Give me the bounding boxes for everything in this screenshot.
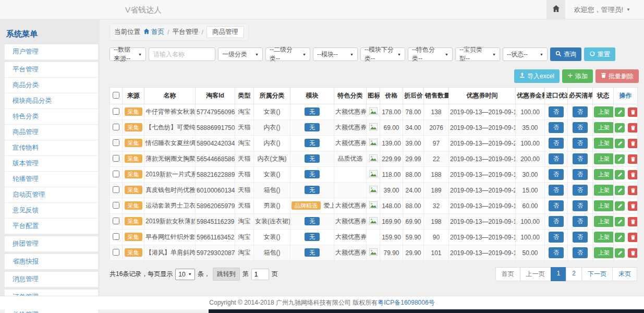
row-checkbox[interactable] xyxy=(113,218,119,224)
must-buy-toggle[interactable]: 否 xyxy=(573,216,588,227)
row-checkbox[interactable] xyxy=(113,124,119,130)
must-buy-toggle[interactable]: 否 xyxy=(573,232,588,243)
status-toggle[interactable]: 上架 xyxy=(594,232,614,243)
delete-button[interactable] xyxy=(628,139,637,148)
edit-button[interactable] xyxy=(615,186,625,195)
sidebar-item[interactable]: 消息管理 xyxy=(4,272,99,287)
import-select-toggle[interactable]: 否 xyxy=(549,216,564,227)
edit-button[interactable] xyxy=(615,201,625,211)
add-button[interactable]: 添加 xyxy=(562,69,593,83)
edit-button[interactable] xyxy=(615,123,625,133)
row-checkbox[interactable] xyxy=(113,202,119,209)
jump-page-input[interactable] xyxy=(251,269,269,280)
row-checkbox[interactable] xyxy=(113,233,119,240)
row-checkbox[interactable] xyxy=(113,171,119,177)
delete-button[interactable] xyxy=(628,170,637,179)
edit-button[interactable] xyxy=(615,107,625,117)
sidebar-item[interactable]: 模块商品分类 xyxy=(4,93,99,109)
delete-button[interactable] xyxy=(628,154,637,164)
delete-button[interactable] xyxy=(628,123,637,133)
row-checkbox[interactable] xyxy=(113,249,119,256)
page-size-select[interactable]: 10 ▼ xyxy=(175,269,195,280)
page-button[interactable]: 下一页 xyxy=(581,267,613,281)
sidebar-item[interactable]: 商品管理 xyxy=(4,125,99,140)
page-button[interactable]: 末页 xyxy=(612,267,637,281)
filter-select[interactable]: --模块下分类-- ▼ xyxy=(360,47,405,61)
jump-button[interactable]: 跳转到 xyxy=(213,268,240,281)
filter-select[interactable]: 一级分类 ▼ xyxy=(218,47,263,61)
status-toggle[interactable]: 上架 xyxy=(594,138,614,149)
edit-button[interactable] xyxy=(615,233,625,242)
row-checkbox[interactable] xyxy=(113,139,119,146)
user-menu[interactable]: 欢迎您，管理员! ▼ xyxy=(565,0,644,19)
delete-button[interactable] xyxy=(628,217,637,226)
status-toggle[interactable]: 上架 xyxy=(594,216,614,227)
filter-select[interactable]: --模块-- ▼ xyxy=(313,47,358,61)
filter-select[interactable]: --二级分类-- ▼ xyxy=(265,47,310,61)
import-excel-button[interactable]: 导入excel xyxy=(514,69,560,83)
must-buy-toggle[interactable]: 否 xyxy=(573,169,588,180)
sidebar-item[interactable]: 拼团管理 xyxy=(4,236,99,252)
page-button[interactable]: 2 xyxy=(566,267,582,281)
status-toggle[interactable]: 上架 xyxy=(594,185,614,196)
filter-select[interactable]: --特色分类-- ▼ xyxy=(408,47,453,61)
must-buy-toggle[interactable]: 否 xyxy=(573,153,588,164)
import-select-toggle[interactable]: 否 xyxy=(549,169,564,180)
row-checkbox[interactable] xyxy=(113,186,119,193)
import-select-toggle[interactable]: 否 xyxy=(549,185,564,196)
page-button[interactable]: 首页 xyxy=(495,267,520,281)
status-toggle[interactable]: 上架 xyxy=(594,247,614,258)
sidebar-item[interactable]: 商品分类 xyxy=(4,78,99,93)
import-select-toggle[interactable]: 否 xyxy=(549,153,564,164)
delete-button[interactable] xyxy=(628,201,637,211)
name-search-input[interactable] xyxy=(149,47,215,61)
batch-delete-button[interactable]: 批量删除 xyxy=(596,69,639,83)
import-select-toggle[interactable]: 否 xyxy=(549,200,564,211)
edit-button[interactable] xyxy=(615,248,625,258)
sidebar-item[interactable]: 轮播管理 xyxy=(4,172,99,187)
sidebar-item[interactable]: 用户管理 xyxy=(4,44,99,60)
edit-button[interactable] xyxy=(615,139,625,148)
sidebar-item[interactable]: 省惠快报 xyxy=(4,254,99,270)
import-select-toggle[interactable]: 否 xyxy=(549,232,564,243)
sidebar-item[interactable]: 版本管理 xyxy=(4,156,99,172)
row-checkbox[interactable] xyxy=(113,155,119,162)
import-select-toggle[interactable]: 否 xyxy=(549,122,564,133)
icp-link[interactable]: 粤ICP备16098006号 xyxy=(378,298,434,307)
import-select-toggle[interactable]: 否 xyxy=(549,138,564,149)
filter-select[interactable]: --宝贝类型-- ▼ xyxy=(455,47,500,61)
edit-button[interactable] xyxy=(615,217,625,226)
sidebar-item[interactable]: 启动页管理 xyxy=(4,187,99,203)
must-buy-toggle[interactable]: 否 xyxy=(573,200,588,211)
sidebar-item[interactable]: 特色分类 xyxy=(4,109,99,125)
select-all-checkbox[interactable] xyxy=(113,92,119,99)
row-checkbox[interactable] xyxy=(113,108,119,115)
page-button[interactable]: 1 xyxy=(551,267,567,281)
breadcrumb-home-link[interactable]: 首页 xyxy=(143,28,164,37)
must-buy-toggle[interactable]: 否 xyxy=(573,122,588,133)
status-toggle[interactable]: 上架 xyxy=(594,153,614,164)
edit-button[interactable] xyxy=(615,154,625,164)
sidebar-item[interactable]: 平台管理 xyxy=(4,62,99,78)
data-source-select[interactable]: --数据来源-- ▼ xyxy=(110,47,146,61)
edit-button[interactable] xyxy=(615,170,625,179)
must-buy-toggle[interactable]: 否 xyxy=(573,247,588,258)
delete-button[interactable] xyxy=(628,248,637,258)
must-buy-toggle[interactable]: 否 xyxy=(573,185,588,196)
page-button[interactable]: 上一页 xyxy=(520,267,551,281)
reset-button[interactable]: 重置 xyxy=(584,47,615,61)
delete-button[interactable] xyxy=(628,233,637,242)
breadcrumb-level1[interactable]: 平台管理 xyxy=(172,28,198,37)
sidebar-item[interactable]: 宣传物料 xyxy=(4,140,99,156)
delete-button[interactable] xyxy=(628,107,637,117)
search-button[interactable]: 查询 xyxy=(550,47,581,61)
must-buy-toggle[interactable]: 否 xyxy=(573,106,588,117)
import-select-toggle[interactable]: 否 xyxy=(549,106,564,117)
import-select-toggle[interactable]: 否 xyxy=(549,247,564,258)
status-toggle[interactable]: 上架 xyxy=(594,200,614,211)
home-button[interactable] xyxy=(546,0,565,19)
must-buy-toggle[interactable]: 否 xyxy=(573,138,588,149)
delete-button[interactable] xyxy=(628,186,637,195)
sidebar-item[interactable]: 平台配置 xyxy=(4,219,99,234)
status-toggle[interactable]: 上架 xyxy=(594,122,614,133)
